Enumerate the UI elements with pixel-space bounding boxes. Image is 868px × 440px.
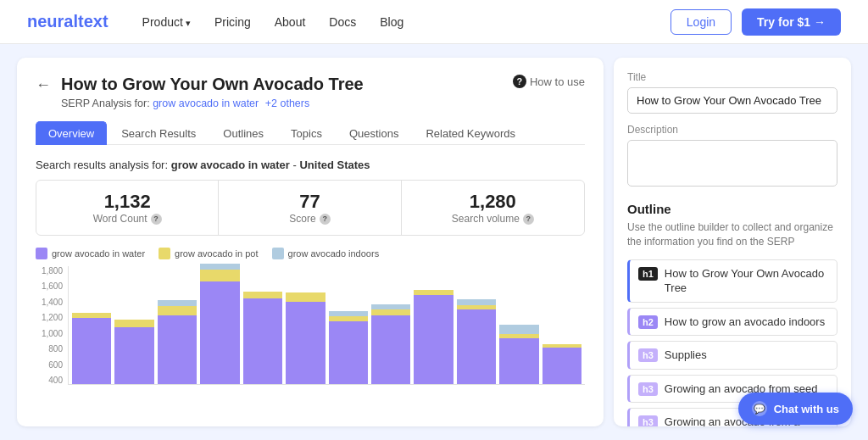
bar-group <box>329 311 368 384</box>
serp-prefix: SERP Analysis for: <box>61 97 150 109</box>
y-label-800: 800 <box>36 344 63 354</box>
nav-product[interactable]: Product <box>142 15 191 29</box>
stats-grid: 1,132 Word Count ? 77 Score ? 1,280 Sear… <box>36 180 585 236</box>
y-label-1200: 1,200 <box>36 313 63 322</box>
tabs: Overview Search Results Outlines Topics … <box>36 121 585 145</box>
how-to-use-button[interactable]: ? How to use <box>513 75 585 88</box>
nav-docs[interactable]: Docs <box>329 15 356 29</box>
outline-heading-tag: h3 <box>638 382 658 396</box>
outline-item-text: How to Grow Your Own Avocado Tree <box>665 266 828 296</box>
back-row: ← How to Grow Your Own Avocado Tree <box>36 75 585 94</box>
right-panel: Title Description Outline Use the outlin… <box>614 58 851 426</box>
stat-score: 77 Score ? <box>219 181 401 235</box>
serp-others[interactable]: +2 others <box>265 97 309 109</box>
bar-indoors-segment <box>158 300 197 306</box>
bar-water-segment <box>200 281 239 385</box>
nav-about[interactable]: About <box>275 15 306 29</box>
serp-keyword[interactable]: grow avocado in water <box>153 97 259 109</box>
legend-pot: grow avocado in pot <box>159 248 258 259</box>
word-count-help-icon[interactable]: ? <box>151 214 162 225</box>
description-textarea[interactable] <box>627 140 837 187</box>
tab-questions[interactable]: Questions <box>337 121 412 145</box>
outline-item-text: Supplies <box>665 348 707 363</box>
outline-desc: Use the outline builder to collect and o… <box>627 220 837 249</box>
bar-pot-segment <box>243 292 282 298</box>
stat-word-count-value: 1,132 <box>45 191 209 213</box>
logo-plain: neural <box>27 12 78 31</box>
outline-heading: Outline <box>627 202 837 216</box>
tab-outlines[interactable]: Outlines <box>210 121 276 145</box>
nav-actions: Login Try for $1 → <box>670 8 841 36</box>
bar-water-segment <box>371 315 410 384</box>
bar-water-segment <box>542 348 581 384</box>
bar-pot-segment <box>114 320 153 326</box>
chart-wrapper: 1,800 1,600 1,400 1,200 1,000 800 600 40… <box>36 266 585 402</box>
analysis-region: United States <box>299 159 370 171</box>
legend-water: grow avocado in water <box>36 248 145 259</box>
bar-water-segment <box>114 327 153 385</box>
legend-indoors-label: grow avocado indoors <box>288 248 380 259</box>
title-input[interactable] <box>627 87 837 114</box>
outline-item[interactable]: h1How to Grow Your Own Avocado Tree <box>627 259 837 303</box>
bar-water-segment <box>158 315 197 384</box>
login-button[interactable]: Login <box>670 9 732 35</box>
bar-group <box>499 325 538 384</box>
stat-search-volume: 1,280 Search volume ? <box>402 181 584 235</box>
left-panel: ← How to Grow Your Own Avocado Tree ? Ho… <box>17 58 604 426</box>
bar-group <box>200 264 239 384</box>
y-label-1800: 1,800 <box>36 266 63 276</box>
bar-group <box>72 313 111 384</box>
bar-indoors-segment <box>329 311 368 317</box>
stat-word-count-label: Word Count ? <box>45 213 209 225</box>
analysis-keyword: grow avocado in water <box>171 159 290 171</box>
tab-overview[interactable]: Overview <box>36 121 107 145</box>
outline-item[interactable]: h2How to grow an avocado indoors <box>627 308 837 337</box>
y-label-1600: 1,600 <box>36 281 63 291</box>
outline-heading-tag: h2 <box>638 315 658 329</box>
bar-pot-segment <box>286 292 325 302</box>
chart-area: grow avocado in water grow avocado in po… <box>36 248 585 402</box>
try-button[interactable]: Try for $1 → <box>742 8 841 36</box>
bar-water-segment <box>243 298 282 384</box>
question-icon: ? <box>513 75 526 88</box>
legend-pot-label: grow avocado in pot <box>175 248 258 259</box>
stat-search-volume-value: 1,280 <box>410 191 576 213</box>
analysis-label: Search results analysis for: grow avocad… <box>36 159 585 171</box>
title-field-label: Title <box>627 71 837 83</box>
serp-info: SERP Analysis for: grow avocado in water… <box>61 97 585 109</box>
search-volume-help-icon[interactable]: ? <box>523 214 534 225</box>
score-help-icon[interactable]: ? <box>320 214 331 225</box>
outline-item[interactable]: h3Supplies <box>627 341 837 370</box>
main-content: ← How to Grow Your Own Avocado Tree ? Ho… <box>0 44 868 440</box>
bar-indoors-segment <box>457 299 496 305</box>
bar-group <box>414 290 453 384</box>
legend-water-dot <box>36 248 47 259</box>
tab-topics[interactable]: Topics <box>278 121 335 145</box>
nav-blog[interactable]: Blog <box>380 15 403 29</box>
back-arrow-icon[interactable]: ← <box>36 76 51 94</box>
nav-pricing[interactable]: Pricing <box>214 15 251 29</box>
analysis-prefix: Search results analysis for: <box>36 159 168 171</box>
legend-water-label: grow avocado in water <box>52 248 145 259</box>
bar-group <box>158 300 197 384</box>
chat-icon: 💬 <box>752 401 767 416</box>
bar-indoors-segment <box>371 304 410 310</box>
bar-group <box>542 344 581 384</box>
legend-indoors: grow avocado indoors <box>272 248 380 259</box>
y-label-600: 600 <box>36 360 63 370</box>
y-label-1400: 1,400 <box>36 298 63 307</box>
description-field-label: Description <box>627 124 837 136</box>
bar-group <box>457 299 496 384</box>
y-label-1000: 1,000 <box>36 329 63 338</box>
chat-button[interactable]: 💬 Chat with us <box>738 393 853 425</box>
tab-related-keywords[interactable]: Related Keywords <box>413 121 528 145</box>
bar-group <box>243 292 282 384</box>
stat-score-label: Score ? <box>227 213 392 225</box>
stat-word-count: 1,132 Word Count ? <box>36 181 219 235</box>
legend-indoors-dot <box>272 248 284 259</box>
bar-group <box>371 304 410 385</box>
navbar: neuraltext Product Pricing About Docs Bl… <box>0 0 868 44</box>
how-to-use-label: How to use <box>530 75 585 88</box>
bar-pot-segment <box>371 309 410 315</box>
tab-search-results[interactable]: Search Results <box>108 121 209 145</box>
